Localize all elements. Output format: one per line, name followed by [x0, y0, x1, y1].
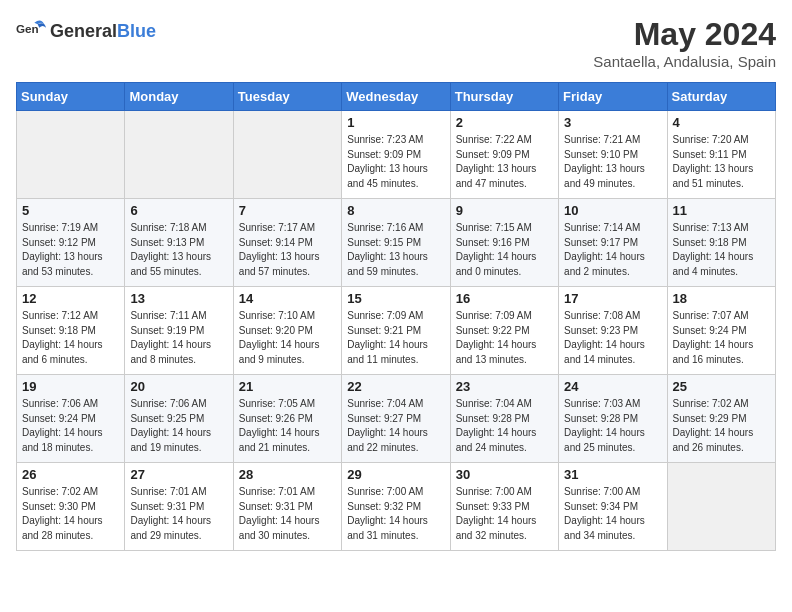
day-info: Sunrise: 7:12 AMSunset: 9:18 PMDaylight:… [22, 309, 119, 367]
day-info: Sunrise: 7:04 AMSunset: 9:27 PMDaylight:… [347, 397, 444, 455]
calendar-week: 19Sunrise: 7:06 AMSunset: 9:24 PMDayligh… [17, 375, 776, 463]
calendar-cell: 9Sunrise: 7:15 AMSunset: 9:16 PMDaylight… [450, 199, 558, 287]
day-info: Sunrise: 7:16 AMSunset: 9:15 PMDaylight:… [347, 221, 444, 279]
header-row: SundayMondayTuesdayWednesdayThursdayFrid… [17, 83, 776, 111]
calendar-week: 12Sunrise: 7:12 AMSunset: 9:18 PMDayligh… [17, 287, 776, 375]
day-number: 25 [673, 379, 770, 394]
day-info: Sunrise: 7:22 AMSunset: 9:09 PMDaylight:… [456, 133, 553, 191]
day-info: Sunrise: 7:20 AMSunset: 9:11 PMDaylight:… [673, 133, 770, 191]
calendar-cell: 22Sunrise: 7:04 AMSunset: 9:27 PMDayligh… [342, 375, 450, 463]
calendar-cell: 1Sunrise: 7:23 AMSunset: 9:09 PMDaylight… [342, 111, 450, 199]
day-header: Wednesday [342, 83, 450, 111]
day-info: Sunrise: 7:07 AMSunset: 9:24 PMDaylight:… [673, 309, 770, 367]
day-number: 14 [239, 291, 336, 306]
calendar-cell [17, 111, 125, 199]
day-header: Saturday [667, 83, 775, 111]
day-info: Sunrise: 7:02 AMSunset: 9:29 PMDaylight:… [673, 397, 770, 455]
calendar-cell: 16Sunrise: 7:09 AMSunset: 9:22 PMDayligh… [450, 287, 558, 375]
calendar-cell: 13Sunrise: 7:11 AMSunset: 9:19 PMDayligh… [125, 287, 233, 375]
calendar-body: 1Sunrise: 7:23 AMSunset: 9:09 PMDaylight… [17, 111, 776, 551]
day-header: Friday [559, 83, 667, 111]
day-number: 31 [564, 467, 661, 482]
calendar-cell: 30Sunrise: 7:00 AMSunset: 9:33 PMDayligh… [450, 463, 558, 551]
calendar-cell: 15Sunrise: 7:09 AMSunset: 9:21 PMDayligh… [342, 287, 450, 375]
day-info: Sunrise: 7:10 AMSunset: 9:20 PMDaylight:… [239, 309, 336, 367]
day-info: Sunrise: 7:02 AMSunset: 9:30 PMDaylight:… [22, 485, 119, 543]
calendar-table: SundayMondayTuesdayWednesdayThursdayFrid… [16, 82, 776, 551]
day-number: 26 [22, 467, 119, 482]
calendar-cell: 10Sunrise: 7:14 AMSunset: 9:17 PMDayligh… [559, 199, 667, 287]
calendar-cell [233, 111, 341, 199]
calendar-cell: 21Sunrise: 7:05 AMSunset: 9:26 PMDayligh… [233, 375, 341, 463]
calendar-week: 5Sunrise: 7:19 AMSunset: 9:12 PMDaylight… [17, 199, 776, 287]
day-number: 2 [456, 115, 553, 130]
day-number: 18 [673, 291, 770, 306]
day-number: 30 [456, 467, 553, 482]
day-number: 6 [130, 203, 227, 218]
day-info: Sunrise: 7:19 AMSunset: 9:12 PMDaylight:… [22, 221, 119, 279]
calendar-cell: 27Sunrise: 7:01 AMSunset: 9:31 PMDayligh… [125, 463, 233, 551]
day-number: 15 [347, 291, 444, 306]
calendar-cell: 6Sunrise: 7:18 AMSunset: 9:13 PMDaylight… [125, 199, 233, 287]
day-info: Sunrise: 7:09 AMSunset: 9:22 PMDaylight:… [456, 309, 553, 367]
day-info: Sunrise: 7:18 AMSunset: 9:13 PMDaylight:… [130, 221, 227, 279]
day-info: Sunrise: 7:21 AMSunset: 9:10 PMDaylight:… [564, 133, 661, 191]
calendar-cell: 12Sunrise: 7:12 AMSunset: 9:18 PMDayligh… [17, 287, 125, 375]
day-number: 10 [564, 203, 661, 218]
day-number: 7 [239, 203, 336, 218]
day-number: 21 [239, 379, 336, 394]
day-info: Sunrise: 7:05 AMSunset: 9:26 PMDaylight:… [239, 397, 336, 455]
day-info: Sunrise: 7:09 AMSunset: 9:21 PMDaylight:… [347, 309, 444, 367]
day-info: Sunrise: 7:14 AMSunset: 9:17 PMDaylight:… [564, 221, 661, 279]
calendar-cell [125, 111, 233, 199]
day-number: 5 [22, 203, 119, 218]
calendar-cell: 7Sunrise: 7:17 AMSunset: 9:14 PMDaylight… [233, 199, 341, 287]
day-info: Sunrise: 7:00 AMSunset: 9:32 PMDaylight:… [347, 485, 444, 543]
calendar-cell: 5Sunrise: 7:19 AMSunset: 9:12 PMDaylight… [17, 199, 125, 287]
day-info: Sunrise: 7:08 AMSunset: 9:23 PMDaylight:… [564, 309, 661, 367]
calendar-week: 26Sunrise: 7:02 AMSunset: 9:30 PMDayligh… [17, 463, 776, 551]
day-number: 16 [456, 291, 553, 306]
day-number: 27 [130, 467, 227, 482]
calendar-cell: 3Sunrise: 7:21 AMSunset: 9:10 PMDaylight… [559, 111, 667, 199]
day-number: 9 [456, 203, 553, 218]
day-info: Sunrise: 7:00 AMSunset: 9:33 PMDaylight:… [456, 485, 553, 543]
calendar-cell: 25Sunrise: 7:02 AMSunset: 9:29 PMDayligh… [667, 375, 775, 463]
day-info: Sunrise: 7:11 AMSunset: 9:19 PMDaylight:… [130, 309, 227, 367]
calendar-cell: 26Sunrise: 7:02 AMSunset: 9:30 PMDayligh… [17, 463, 125, 551]
calendar-week: 1Sunrise: 7:23 AMSunset: 9:09 PMDaylight… [17, 111, 776, 199]
calendar-cell: 19Sunrise: 7:06 AMSunset: 9:24 PMDayligh… [17, 375, 125, 463]
day-header: Monday [125, 83, 233, 111]
calendar-cell: 29Sunrise: 7:00 AMSunset: 9:32 PMDayligh… [342, 463, 450, 551]
day-number: 22 [347, 379, 444, 394]
day-number: 17 [564, 291, 661, 306]
calendar-cell [667, 463, 775, 551]
day-number: 4 [673, 115, 770, 130]
day-info: Sunrise: 7:01 AMSunset: 9:31 PMDaylight:… [239, 485, 336, 543]
day-info: Sunrise: 7:23 AMSunset: 9:09 PMDaylight:… [347, 133, 444, 191]
day-number: 8 [347, 203, 444, 218]
day-number: 28 [239, 467, 336, 482]
day-info: Sunrise: 7:06 AMSunset: 9:25 PMDaylight:… [130, 397, 227, 455]
day-number: 20 [130, 379, 227, 394]
calendar-header: SundayMondayTuesdayWednesdayThursdayFrid… [17, 83, 776, 111]
day-info: Sunrise: 7:15 AMSunset: 9:16 PMDaylight:… [456, 221, 553, 279]
day-info: Sunrise: 7:00 AMSunset: 9:34 PMDaylight:… [564, 485, 661, 543]
calendar-cell: 28Sunrise: 7:01 AMSunset: 9:31 PMDayligh… [233, 463, 341, 551]
page-header: Gen GeneralBlue May 2024 Santaella, Anda… [16, 16, 776, 70]
day-number: 11 [673, 203, 770, 218]
calendar-cell: 24Sunrise: 7:03 AMSunset: 9:28 PMDayligh… [559, 375, 667, 463]
calendar-cell: 23Sunrise: 7:04 AMSunset: 9:28 PMDayligh… [450, 375, 558, 463]
day-header: Tuesday [233, 83, 341, 111]
calendar-cell: 4Sunrise: 7:20 AMSunset: 9:11 PMDaylight… [667, 111, 775, 199]
calendar-cell: 11Sunrise: 7:13 AMSunset: 9:18 PMDayligh… [667, 199, 775, 287]
logo-text: GeneralBlue [50, 21, 156, 42]
day-number: 13 [130, 291, 227, 306]
calendar-cell: 2Sunrise: 7:22 AMSunset: 9:09 PMDaylight… [450, 111, 558, 199]
day-number: 1 [347, 115, 444, 130]
calendar-cell: 14Sunrise: 7:10 AMSunset: 9:20 PMDayligh… [233, 287, 341, 375]
month-year: May 2024 [593, 16, 776, 53]
day-info: Sunrise: 7:01 AMSunset: 9:31 PMDaylight:… [130, 485, 227, 543]
title-block: May 2024 Santaella, Andalusia, Spain [593, 16, 776, 70]
day-number: 19 [22, 379, 119, 394]
